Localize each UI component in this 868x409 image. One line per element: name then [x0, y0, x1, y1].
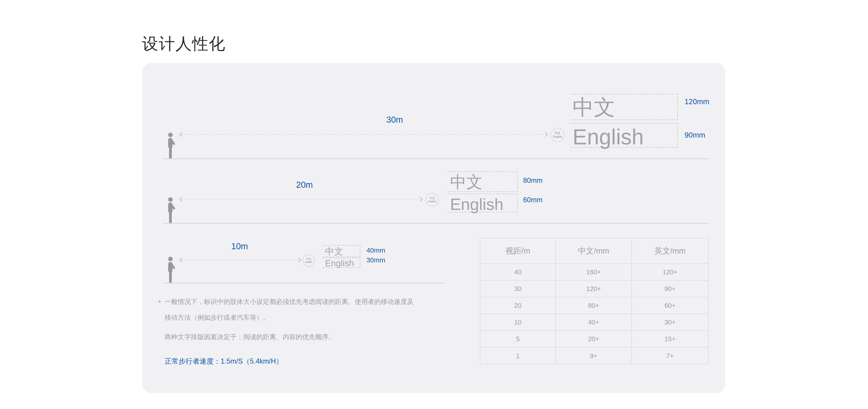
table-header-english: 英文/mm [632, 239, 708, 264]
table-cell: 120+ [632, 264, 708, 281]
person-silhouette-icon [166, 133, 178, 159]
footnote-line-1: 一般情况下，标识中的肢体大小设定都必须优先考虑阅读的距离、使用者的移动速度及 [164, 294, 442, 310]
person-icon-30m [166, 133, 178, 159]
sign-circle-cn-label: 中文 [430, 197, 435, 200]
en-size-label-20m: 60mm [523, 196, 542, 204]
en-specimen-text: English [323, 258, 360, 269]
en-specimen-box-10m: English [323, 258, 360, 268]
table-cell: 10 [480, 314, 556, 331]
table-header-chinese: 中文/mm [556, 239, 632, 264]
person-silhouette-icon [166, 257, 178, 283]
distance-label-20m: 20m [282, 180, 327, 190]
page: 设计人性化 30m 中文 English 中文 [0, 0, 868, 409]
footnote-line-2: 移动方法（例如步行或者汽车等）。 [164, 310, 442, 325]
table-cell: 1 [480, 348, 556, 364]
en-specimen-box-20m: English [448, 194, 518, 212]
footnote: * 一般情况下，标识中的肢体大小设定都必须优先考虑阅读的距离、使用者的移动速度及… [157, 294, 442, 345]
table-cell: 7+ [632, 348, 708, 364]
footnote-marker: * [158, 295, 161, 311]
cn-size-label-20m: 80mm [523, 177, 542, 185]
table-cell: 120+ [556, 281, 632, 297]
cn-specimen-box-30m: 中文 [570, 94, 678, 120]
table-cell: 160+ [556, 264, 632, 281]
distance-table: 视距/m 中文/mm 英文/mm 40 160+ 120+ 30 120+ 90… [480, 238, 709, 364]
cn-size-label-10m: 40mm [366, 247, 385, 254]
distance-label-10m: 10m [217, 242, 262, 251]
en-size-label-10m: 30mm [366, 256, 385, 264]
en-specimen-text: English [448, 194, 517, 215]
table-cell: 5 [480, 331, 556, 348]
cn-specimen-text: 中文 [448, 172, 517, 192]
table-cell: 20 [480, 297, 556, 314]
sight-line-30m [178, 131, 549, 137]
sign-circle-20m: 中文 English [426, 193, 439, 207]
cn-specimen-text: 中文 [323, 246, 360, 257]
table-cell: 30 [480, 281, 556, 297]
person-icon-10m [166, 257, 178, 283]
page-title: 设计人性化 [142, 33, 225, 54]
sight-line-20m [178, 196, 424, 202]
walking-speed-note: 正常步行者速度：1.5m/S（5.4km/H） [164, 356, 283, 366]
en-size-label-30m: 90mm [684, 131, 705, 139]
ground-line-30m [163, 158, 709, 159]
table-cell: 90+ [632, 281, 708, 297]
sign-circle-en-label: English [428, 200, 436, 203]
en-specimen-box-30m: English [570, 123, 678, 148]
cn-size-label-30m: 120mm [684, 97, 709, 106]
sight-line-10m [178, 257, 302, 263]
ground-line-20m [163, 223, 709, 224]
table-cell: 9+ [556, 348, 632, 364]
cn-specimen-box-10m: 中文 [323, 245, 360, 257]
sign-circle-en-label: English [553, 135, 562, 138]
sign-circle-30m: 中文 English [550, 128, 564, 142]
cn-specimen-box-20m: 中文 [448, 171, 518, 192]
table-header-distance: 视距/m [480, 239, 556, 264]
table-cell: 60+ [632, 297, 708, 314]
person-icon-20m [166, 197, 178, 223]
sign-circle-cn-label: 中文 [555, 131, 560, 135]
footnote-gap [164, 325, 442, 329]
table-cell: 15+ [632, 331, 708, 348]
ground-line-10m [163, 283, 445, 283]
en-specimen-text: English [570, 123, 677, 151]
person-silhouette-icon [166, 197, 178, 223]
cn-specimen-text: 中文 [570, 94, 677, 120]
table-cell: 30+ [632, 314, 708, 331]
sign-circle-cn-label: 中文 [306, 258, 311, 261]
footnote-line-3: 两种文字排版因素决定于：阅读的距离、内容的优先顺序。 [164, 329, 442, 345]
table-cell: 20+ [556, 331, 632, 348]
sign-circle-10m: 中文 English [303, 254, 315, 266]
table-cell: 40+ [556, 314, 632, 331]
table-cell: 40 [480, 264, 556, 281]
distance-label-30m: 30m [372, 115, 417, 125]
table-cell: 80+ [556, 297, 632, 314]
sign-circle-en-label: English [305, 261, 313, 264]
